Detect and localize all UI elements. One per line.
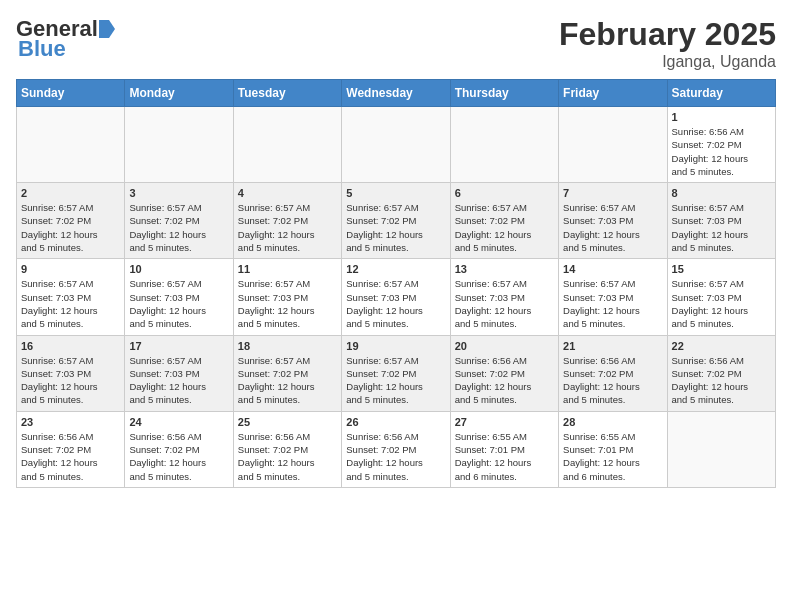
day-info: Sunrise: 6:57 AM Sunset: 7:02 PM Dayligh… (238, 354, 337, 407)
day-info: Sunrise: 6:57 AM Sunset: 7:03 PM Dayligh… (238, 277, 337, 330)
calendar-day-cell: 6Sunrise: 6:57 AM Sunset: 7:02 PM Daylig… (450, 183, 558, 259)
calendar-day-cell (450, 107, 558, 183)
day-number: 12 (346, 263, 445, 275)
day-info: Sunrise: 6:57 AM Sunset: 7:02 PM Dayligh… (346, 201, 445, 254)
day-number: 11 (238, 263, 337, 275)
calendar-week-row: 9Sunrise: 6:57 AM Sunset: 7:03 PM Daylig… (17, 259, 776, 335)
day-number: 6 (455, 187, 554, 199)
day-info: Sunrise: 6:57 AM Sunset: 7:02 PM Dayligh… (455, 201, 554, 254)
calendar-title: February 2025 (559, 16, 776, 53)
calendar-day-cell: 8Sunrise: 6:57 AM Sunset: 7:03 PM Daylig… (667, 183, 775, 259)
day-info: Sunrise: 6:56 AM Sunset: 7:02 PM Dayligh… (21, 430, 120, 483)
day-info: Sunrise: 6:55 AM Sunset: 7:01 PM Dayligh… (455, 430, 554, 483)
calendar-day-cell: 4Sunrise: 6:57 AM Sunset: 7:02 PM Daylig… (233, 183, 341, 259)
day-number: 26 (346, 416, 445, 428)
day-info: Sunrise: 6:57 AM Sunset: 7:03 PM Dayligh… (563, 277, 662, 330)
weekday-header-wednesday: Wednesday (342, 80, 450, 107)
day-number: 5 (346, 187, 445, 199)
day-number: 23 (21, 416, 120, 428)
day-info: Sunrise: 6:56 AM Sunset: 7:02 PM Dayligh… (455, 354, 554, 407)
calendar-week-row: 16Sunrise: 6:57 AM Sunset: 7:03 PM Dayli… (17, 335, 776, 411)
day-number: 1 (672, 111, 771, 123)
calendar-day-cell (17, 107, 125, 183)
day-info: Sunrise: 6:57 AM Sunset: 7:03 PM Dayligh… (21, 277, 120, 330)
day-number: 7 (563, 187, 662, 199)
weekday-header-thursday: Thursday (450, 80, 558, 107)
weekday-header-friday: Friday (559, 80, 667, 107)
day-number: 15 (672, 263, 771, 275)
day-number: 18 (238, 340, 337, 352)
day-number: 24 (129, 416, 228, 428)
day-info: Sunrise: 6:57 AM Sunset: 7:03 PM Dayligh… (129, 277, 228, 330)
calendar-day-cell: 14Sunrise: 6:57 AM Sunset: 7:03 PM Dayli… (559, 259, 667, 335)
day-number: 13 (455, 263, 554, 275)
day-info: Sunrise: 6:56 AM Sunset: 7:02 PM Dayligh… (238, 430, 337, 483)
day-info: Sunrise: 6:57 AM Sunset: 7:02 PM Dayligh… (346, 354, 445, 407)
day-number: 17 (129, 340, 228, 352)
day-info: Sunrise: 6:57 AM Sunset: 7:03 PM Dayligh… (672, 277, 771, 330)
weekday-header-tuesday: Tuesday (233, 80, 341, 107)
day-info: Sunrise: 6:57 AM Sunset: 7:03 PM Dayligh… (21, 354, 120, 407)
day-number: 4 (238, 187, 337, 199)
calendar-day-cell: 23Sunrise: 6:56 AM Sunset: 7:02 PM Dayli… (17, 411, 125, 487)
calendar-week-row: 1Sunrise: 6:56 AM Sunset: 7:02 PM Daylig… (17, 107, 776, 183)
day-number: 28 (563, 416, 662, 428)
calendar-day-cell: 16Sunrise: 6:57 AM Sunset: 7:03 PM Dayli… (17, 335, 125, 411)
weekday-header-saturday: Saturday (667, 80, 775, 107)
day-number: 10 (129, 263, 228, 275)
calendar-week-row: 23Sunrise: 6:56 AM Sunset: 7:02 PM Dayli… (17, 411, 776, 487)
day-info: Sunrise: 6:56 AM Sunset: 7:02 PM Dayligh… (346, 430, 445, 483)
calendar-day-cell: 3Sunrise: 6:57 AM Sunset: 7:02 PM Daylig… (125, 183, 233, 259)
calendar-subtitle: Iganga, Uganda (559, 53, 776, 71)
day-number: 27 (455, 416, 554, 428)
weekday-header-monday: Monday (125, 80, 233, 107)
calendar-day-cell: 13Sunrise: 6:57 AM Sunset: 7:03 PM Dayli… (450, 259, 558, 335)
day-info: Sunrise: 6:57 AM Sunset: 7:03 PM Dayligh… (563, 201, 662, 254)
day-info: Sunrise: 6:57 AM Sunset: 7:03 PM Dayligh… (129, 354, 228, 407)
calendar-day-cell (342, 107, 450, 183)
day-number: 2 (21, 187, 120, 199)
calendar-day-cell: 7Sunrise: 6:57 AM Sunset: 7:03 PM Daylig… (559, 183, 667, 259)
day-info: Sunrise: 6:57 AM Sunset: 7:02 PM Dayligh… (129, 201, 228, 254)
calendar-table: SundayMondayTuesdayWednesdayThursdayFrid… (16, 79, 776, 488)
calendar-day-cell: 1Sunrise: 6:56 AM Sunset: 7:02 PM Daylig… (667, 107, 775, 183)
day-number: 9 (21, 263, 120, 275)
day-number: 21 (563, 340, 662, 352)
weekday-header-row: SundayMondayTuesdayWednesdayThursdayFrid… (17, 80, 776, 107)
calendar-day-cell: 12Sunrise: 6:57 AM Sunset: 7:03 PM Dayli… (342, 259, 450, 335)
calendar-day-cell: 18Sunrise: 6:57 AM Sunset: 7:02 PM Dayli… (233, 335, 341, 411)
calendar-day-cell: 26Sunrise: 6:56 AM Sunset: 7:02 PM Dayli… (342, 411, 450, 487)
calendar-day-cell: 5Sunrise: 6:57 AM Sunset: 7:02 PM Daylig… (342, 183, 450, 259)
calendar-day-cell: 15Sunrise: 6:57 AM Sunset: 7:03 PM Dayli… (667, 259, 775, 335)
calendar-day-cell: 17Sunrise: 6:57 AM Sunset: 7:03 PM Dayli… (125, 335, 233, 411)
calendar-day-cell: 11Sunrise: 6:57 AM Sunset: 7:03 PM Dayli… (233, 259, 341, 335)
day-number: 3 (129, 187, 228, 199)
day-info: Sunrise: 6:57 AM Sunset: 7:02 PM Dayligh… (21, 201, 120, 254)
day-info: Sunrise: 6:56 AM Sunset: 7:02 PM Dayligh… (563, 354, 662, 407)
calendar-day-cell: 19Sunrise: 6:57 AM Sunset: 7:02 PM Dayli… (342, 335, 450, 411)
day-info: Sunrise: 6:56 AM Sunset: 7:02 PM Dayligh… (129, 430, 228, 483)
calendar-day-cell: 24Sunrise: 6:56 AM Sunset: 7:02 PM Dayli… (125, 411, 233, 487)
day-info: Sunrise: 6:57 AM Sunset: 7:02 PM Dayligh… (238, 201, 337, 254)
day-number: 19 (346, 340, 445, 352)
calendar-day-cell: 20Sunrise: 6:56 AM Sunset: 7:02 PM Dayli… (450, 335, 558, 411)
calendar-day-cell: 25Sunrise: 6:56 AM Sunset: 7:02 PM Dayli… (233, 411, 341, 487)
day-number: 14 (563, 263, 662, 275)
calendar-day-cell (667, 411, 775, 487)
title-block: February 2025 Iganga, Uganda (559, 16, 776, 71)
day-info: Sunrise: 6:56 AM Sunset: 7:02 PM Dayligh… (672, 354, 771, 407)
calendar-day-cell: 27Sunrise: 6:55 AM Sunset: 7:01 PM Dayli… (450, 411, 558, 487)
day-number: 20 (455, 340, 554, 352)
calendar-week-row: 2Sunrise: 6:57 AM Sunset: 7:02 PM Daylig… (17, 183, 776, 259)
logo: General Blue (16, 16, 115, 62)
svg-marker-0 (99, 20, 115, 38)
day-info: Sunrise: 6:55 AM Sunset: 7:01 PM Dayligh… (563, 430, 662, 483)
day-info: Sunrise: 6:57 AM Sunset: 7:03 PM Dayligh… (455, 277, 554, 330)
day-info: Sunrise: 6:57 AM Sunset: 7:03 PM Dayligh… (672, 201, 771, 254)
logo-blue: Blue (18, 36, 66, 62)
calendar-day-cell: 22Sunrise: 6:56 AM Sunset: 7:02 PM Dayli… (667, 335, 775, 411)
calendar-day-cell: 28Sunrise: 6:55 AM Sunset: 7:01 PM Dayli… (559, 411, 667, 487)
calendar-day-cell (233, 107, 341, 183)
calendar-day-cell: 10Sunrise: 6:57 AM Sunset: 7:03 PM Dayli… (125, 259, 233, 335)
calendar-day-cell (125, 107, 233, 183)
